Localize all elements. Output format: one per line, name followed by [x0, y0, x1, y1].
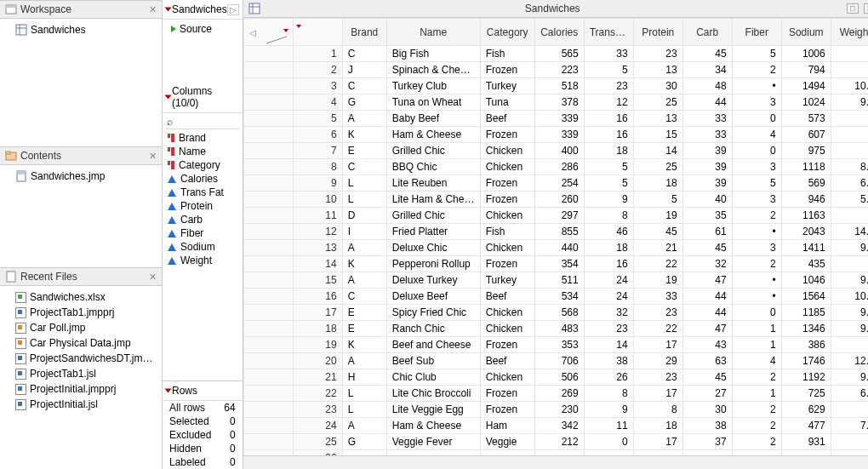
cell-fiber[interactable]: 0: [732, 111, 781, 127]
disclosure-icon[interactable]: [165, 8, 172, 12]
cell-name[interactable]: Beef Sub: [386, 353, 480, 369]
recent-file-item[interactable]: ProjectTab1.jsl: [5, 366, 157, 381]
cell-carb[interactable]: 39: [682, 159, 732, 175]
row-marker-cell[interactable]: [243, 127, 293, 143]
cell-weight[interactable]: 9.5: [831, 305, 868, 321]
cell-carb[interactable]: 35: [682, 208, 732, 224]
cell-brand[interactable]: A: [342, 272, 386, 289]
contents-panel-header[interactable]: Contents ✕: [0, 146, 162, 165]
cell-weight[interactable]: 9.7: [831, 272, 868, 289]
row-marker-cell[interactable]: [243, 208, 293, 224]
cell-name[interactable]: Lite Ham & Cheese: [386, 192, 480, 208]
table-row[interactable]: 11DGrilled ChicChicken29781935211638: [243, 208, 868, 224]
cell-transfat[interactable]: 5: [584, 175, 633, 192]
cell-carb[interactable]: 43: [682, 337, 732, 353]
cell-transfat[interactable]: 0: [584, 434, 633, 450]
cell-protein[interactable]: 23: [633, 305, 682, 321]
recent-panel-header[interactable]: Recent Files ✕: [0, 267, 162, 286]
cell-calories[interactable]: 353: [534, 337, 584, 353]
cell-name[interactable]: Pepperoni Rollup: [386, 256, 480, 272]
recent-file-item[interactable]: ProjectInitial.jsl: [5, 397, 157, 412]
cell-carb[interactable]: 27: [682, 386, 732, 402]
row-number-cell[interactable]: 2: [293, 62, 342, 78]
cell-fiber[interactable]: •: [732, 272, 781, 289]
cell-transfat[interactable]: 24: [584, 272, 633, 289]
cell-weight[interactable]: 7: [831, 434, 868, 450]
cell-protein[interactable]: 22: [633, 321, 682, 337]
cell-calories[interactable]: 254: [534, 175, 584, 192]
cell-brand[interactable]: A: [342, 240, 386, 256]
cell-transfat[interactable]: 18: [584, 143, 633, 159]
cell-carb[interactable]: 47: [682, 321, 732, 337]
cell-sodium[interactable]: 2043: [781, 224, 831, 240]
cell-protein[interactable]: 13: [633, 62, 682, 78]
cell-calories[interactable]: 339: [534, 111, 584, 127]
cell-protein[interactable]: 21: [633, 240, 682, 256]
cell-sodium[interactable]: 794: [781, 62, 831, 78]
cell-category[interactable]: Beef: [480, 111, 534, 127]
col-header-fiber[interactable]: Fiber: [732, 19, 781, 46]
row-number-cell[interactable]: 24: [293, 418, 342, 434]
cell-category[interactable]: Chicken: [480, 208, 534, 224]
cell-category[interactable]: Veggie: [480, 434, 534, 450]
col-header-carb[interactable]: Carb: [682, 19, 732, 46]
cell-name[interactable]: BBQ Chic: [386, 159, 480, 175]
columns-panel-header[interactable]: Columns (10/0): [163, 82, 243, 113]
cell-category[interactable]: Chicken: [480, 240, 534, 256]
cell-brand[interactable]: G: [342, 94, 386, 111]
column-item[interactable]: Weight: [163, 254, 243, 267]
cell-transfat[interactable]: 12: [584, 94, 633, 111]
cell-fiber[interactable]: 3: [732, 240, 781, 256]
cell-sodium[interactable]: 1118: [781, 159, 831, 175]
cell-carb[interactable]: 30: [682, 402, 732, 418]
cell-category[interactable]: Frozen: [480, 386, 534, 402]
cell-protein[interactable]: 23: [633, 369, 682, 386]
column-item[interactable]: Carb: [163, 213, 243, 226]
cell-weight[interactable]: 7.5: [831, 418, 868, 434]
cell-calories[interactable]: 483: [534, 321, 584, 337]
close-icon[interactable]: ✕: [149, 151, 157, 162]
cell-category[interactable]: Ham: [480, 418, 534, 434]
table-row[interactable]: 4GTuna on WheatTuna378122544310249.7: [243, 94, 868, 111]
cell-sodium[interactable]: 1163: [781, 208, 831, 224]
cell-brand[interactable]: K: [342, 337, 386, 353]
recent-file-item[interactable]: Car Poll.jmp: [5, 320, 157, 335]
cell-calories[interactable]: 269: [534, 386, 584, 402]
row-number-cell[interactable]: 18: [293, 321, 342, 337]
cell-brand[interactable]: K: [342, 127, 386, 143]
cell-protein[interactable]: 29: [633, 353, 682, 369]
cell-calories[interactable]: 339: [534, 127, 584, 143]
cell-brand[interactable]: A: [342, 418, 386, 434]
cell-sodium[interactable]: 477: [781, 418, 831, 434]
row-number-cell[interactable]: 20: [293, 353, 342, 369]
cell-transfat[interactable]: 23: [584, 78, 633, 94]
cell-fiber[interactable]: 2: [732, 62, 781, 78]
row-marker-cell[interactable]: [243, 46, 293, 62]
cell-fiber[interactable]: 2: [732, 256, 781, 272]
row-marker-cell[interactable]: [243, 78, 293, 94]
table-row[interactable]: 24AHam & CheeseHam34211183824777.5: [243, 418, 868, 434]
cell-weight[interactable]: 6: [831, 337, 868, 353]
cell-calories[interactable]: 568: [534, 305, 584, 321]
row-number-cell[interactable]: 17: [293, 305, 342, 321]
row-number-cell[interactable]: 1: [293, 46, 342, 62]
cell-protein[interactable]: 30: [633, 78, 682, 94]
cell-fiber[interactable]: •: [732, 224, 781, 240]
row-number-cell[interactable]: 21: [293, 369, 342, 386]
workspace-item[interactable]: Sandwiches: [5, 22, 157, 37]
cell-brand[interactable]: L: [342, 402, 386, 418]
cell-brand[interactable]: L: [342, 175, 386, 192]
cell-category[interactable]: Frozen: [480, 402, 534, 418]
row-number-cell[interactable]: 3: [293, 78, 342, 94]
column-search-input[interactable]: [166, 115, 239, 129]
cell-transfat[interactable]: 26: [584, 369, 633, 386]
cell-carb[interactable]: 44: [682, 94, 732, 111]
cell-carb[interactable]: 44: [682, 305, 732, 321]
cell-transfat[interactable]: 24: [584, 289, 633, 305]
cell-name[interactable]: Grilled Chic: [386, 143, 480, 159]
cell-weight[interactable]: 6: [831, 256, 868, 272]
cell-weight[interactable]: 9: [831, 143, 868, 159]
cell-weight[interactable]: 10.7: [831, 78, 868, 94]
row-marker-cell[interactable]: [243, 94, 293, 111]
table-row[interactable]: 20ABeef SubBeef7063829634174612.2: [243, 353, 868, 369]
